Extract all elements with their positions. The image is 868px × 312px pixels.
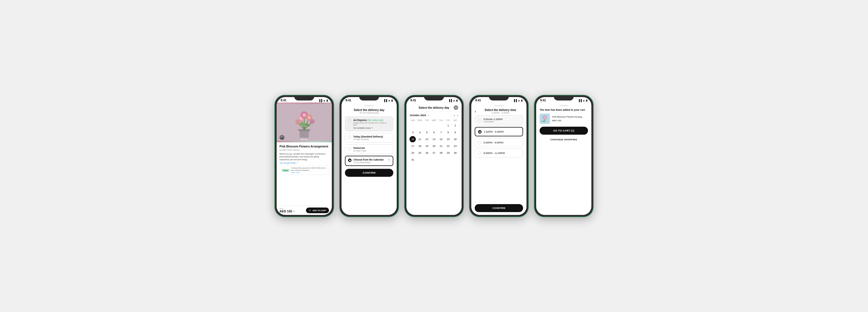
calendar-day-15[interactable]: 15	[445, 136, 452, 142]
calendar-day-headers: SUN MON TUE WED THU FRI SAT	[409, 119, 459, 122]
calendar-day-5[interactable]: 5	[424, 129, 430, 135]
phone-5-content: The item has been added to your cart	[536, 102, 591, 215]
calendar-day-8[interactable]: 8	[445, 129, 452, 135]
free-label: (No extra cost)	[367, 119, 383, 122]
calendar-day-3[interactable]: 3	[409, 129, 416, 135]
calendar-day-29[interactable]: 29	[445, 150, 452, 156]
calendar-nav: October 2023 → ‹ ›	[406, 112, 462, 119]
drag-handle	[365, 105, 374, 106]
calendar-week-3: 17181920212223	[409, 143, 459, 149]
camera-icon[interactable]: 📷	[279, 135, 285, 140]
delivery-option-today[interactable]: Today (Standard Delivery) 29 Sept Thursd…	[345, 133, 393, 143]
option-name-express: Joi Express (No extra cost)	[353, 119, 391, 122]
tabby-text: 4 interest-free payments of AED 40.00 wi…	[291, 167, 327, 171]
calendar-day-26[interactable]: 26	[424, 150, 430, 156]
calendar-day-30[interactable]: 30	[452, 150, 459, 156]
signal-icon-4: ▐▐	[513, 99, 517, 102]
calendar-day-1[interactable]: 1	[445, 122, 452, 129]
calendar-day-14[interactable]: 14	[438, 136, 444, 142]
close-button[interactable]: ✕	[454, 105, 458, 110]
time-option-evening[interactable]: 5:00PM - 9:00PM	[475, 138, 523, 147]
calendar-day-18[interactable]: 18	[416, 143, 423, 149]
time-option-night[interactable]: 9:00PM - 11:00PM	[475, 149, 523, 157]
calendar-day-19[interactable]: 19	[424, 143, 430, 149]
day-header-sat: SAT	[452, 119, 459, 122]
calendar-day-7[interactable]: 7	[438, 129, 444, 135]
notch-2	[359, 95, 379, 100]
phone-4-screen: 9:41 ▐▐ ▲ ▮ ‹ Select the delivery time 1…	[471, 97, 526, 215]
calendar-day-28[interactable]: 28	[438, 150, 444, 156]
time-sheet: ‹ Select the delivery time 1:00PM - 5:00…	[471, 102, 526, 215]
calendar-day-4[interactable]: 4	[416, 129, 423, 135]
confirm-button-4[interactable]: CONFIRM	[475, 204, 523, 212]
delivery-option-tomorrow[interactable]: Tomorrow 30 Sept Friday	[345, 144, 393, 154]
phone-5: 9:41 ▐▐ ▲ ▮ The item has been added to y…	[534, 95, 594, 217]
calendar-day-17[interactable]: 17	[409, 143, 416, 149]
option-detail-tomorrow: 30 Sept Friday	[353, 150, 391, 152]
calendar-day-2[interactable]: 2	[452, 122, 459, 129]
calendar-day-20[interactable]: 20	[431, 143, 437, 149]
calendar-day-12[interactable]: 12	[424, 136, 430, 142]
product-title: Pink Blossom Flowers Arrangement	[279, 145, 329, 148]
phone-1: 9:41 ▐▐ ▲ ▮ ‹ ↑ ♡	[274, 95, 334, 217]
unavailable-text: Unavailable	[484, 121, 503, 123]
calendar-day-empty	[416, 122, 423, 129]
calendar-arrows: ‹ ›	[454, 114, 458, 117]
notch-1	[294, 95, 314, 100]
product-info: Pink Blossom Flowers Arrangement by Big …	[277, 142, 332, 206]
calendar-day-27[interactable]: 27	[431, 150, 437, 156]
radio-night	[478, 151, 481, 155]
battery-icon-2: ▮	[391, 99, 393, 102]
calendar-day-31[interactable]: 31	[409, 157, 416, 163]
arrow-right-icon: →	[427, 114, 430, 117]
notch-3	[424, 95, 444, 100]
status-time-5: 9:41	[540, 99, 546, 102]
gift-link[interactable]: See the gift details ∨	[279, 162, 329, 164]
calendar-day-13[interactable]: 13	[431, 136, 437, 142]
calendar-day-22[interactable]: 22	[445, 143, 452, 149]
radio-afternoon	[478, 130, 482, 133]
calendar-day-23[interactable]: 23	[452, 143, 459, 149]
calendar-day-25[interactable]: 25	[416, 150, 423, 156]
tabby-section: tabby 4 interest-free payments of AED 40…	[279, 166, 329, 175]
calendar-day-9[interactable]: 9	[452, 129, 459, 135]
delivery-option-express[interactable]: Joi Express (No extra cost) Today within…	[345, 117, 393, 131]
add-to-cart-button[interactable]: 🛒 ADD TO CART	[306, 208, 329, 213]
prev-month-button[interactable]: ‹	[454, 114, 455, 117]
cart-item-price: AED 150	[552, 119, 588, 122]
tabby-logo: tabby	[281, 169, 290, 172]
calendar-day-16[interactable]: 16	[452, 136, 459, 142]
wifi-icon: ▲	[323, 99, 326, 102]
delivery-option-calendar[interactable]: Choose from the Calendar 10 Oct Wednesda…	[345, 156, 393, 166]
phone-3-content: Select the delivery day ✕ October 2023 →…	[406, 102, 462, 215]
wifi-icon-3: ▲	[453, 99, 455, 102]
confirm-button-2[interactable]: CONFIRM	[345, 169, 393, 177]
calendar-day-21[interactable]: 21	[438, 143, 444, 149]
see-areas-link[interactable]: See available areas ∨	[353, 127, 391, 129]
calendar-day-empty	[416, 157, 423, 163]
go-to-cart-button[interactable]: GO TO CART (1)	[539, 127, 588, 135]
calendar-day-10[interactable]: 10	[409, 136, 416, 142]
sheet-subtitle: 10 Oct Wednesday	[345, 112, 393, 114]
calendar-day-11[interactable]: 11	[416, 136, 423, 142]
drag-handle-5	[559, 105, 568, 106]
calendar-day-24[interactable]: 24	[409, 150, 416, 156]
product-image: ‹ ↑ ♡	[277, 102, 332, 142]
signal-icon: ▐▐	[318, 99, 322, 102]
calendar-grid: SUN MON TUE WED THU FRI SAT 123456789101…	[406, 119, 462, 215]
continue-shopping-button[interactable]: CONTINUE SHOPPING	[539, 136, 588, 143]
day-header-sun: SUN	[409, 119, 416, 122]
time-option-afternoon[interactable]: 1:00PM - 5:00PM	[475, 127, 523, 136]
phones-container: 9:41 ▐▐ ▲ ▮ ‹ ↑ ♡	[274, 95, 594, 217]
time-option-morning[interactable]: 9:00AM–1:00PM Unavailable	[475, 115, 523, 125]
back-button-4[interactable]: ‹	[475, 109, 476, 114]
phone-3: 9:41 ▐▐ ▲ ▮ Select the delivery day ✕	[404, 95, 464, 217]
calendar-edit-icon[interactable]: ✎	[388, 158, 390, 161]
battery-icon-3: ▮	[456, 99, 458, 102]
next-month-button[interactable]: ›	[457, 114, 458, 117]
time-sheet-subtitle: 1:00PM - 5:00PM	[478, 112, 523, 114]
tabby-learn-link[interactable]: Learn more	[291, 171, 327, 174]
calendar-day-6[interactable]: 6	[431, 129, 437, 135]
signal-icon-3: ▐▐	[448, 99, 452, 102]
phone-2: 9:41 ▐▐ ▲ ▮ Select the delivery day 10 O…	[339, 95, 399, 217]
